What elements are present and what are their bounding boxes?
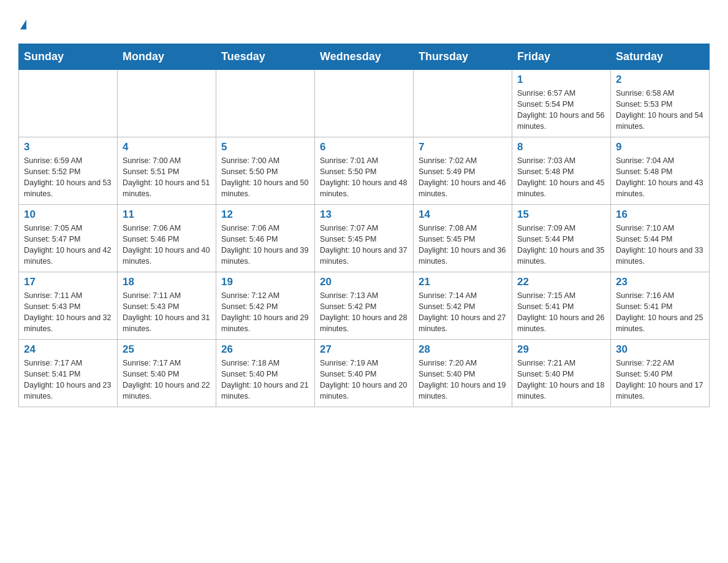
week-row-3: 10Sunrise: 7:05 AMSunset: 5:47 PMDayligh… [19, 204, 710, 272]
calendar-cell: 21Sunrise: 7:14 AMSunset: 5:42 PMDayligh… [414, 272, 512, 339]
week-row-4: 17Sunrise: 7:11 AMSunset: 5:43 PMDayligh… [19, 272, 710, 339]
day-info: Sunrise: 7:20 AMSunset: 5:40 PMDaylight:… [419, 358, 507, 402]
day-info: Sunrise: 7:00 AMSunset: 5:50 PMDaylight:… [221, 155, 309, 200]
day-info: Sunrise: 7:12 AMSunset: 5:42 PMDaylight:… [221, 290, 309, 335]
day-number: 5 [221, 141, 309, 153]
day-info: Sunrise: 7:19 AMSunset: 5:40 PMDaylight:… [320, 358, 408, 402]
calendar-cell: 2Sunrise: 6:58 AMSunset: 5:53 PMDaylight… [611, 69, 710, 137]
day-info: Sunrise: 7:03 AMSunset: 5:48 PMDaylight:… [517, 155, 605, 200]
calendar-cell: 10Sunrise: 7:05 AMSunset: 5:47 PMDayligh… [19, 204, 118, 272]
day-number: 1 [517, 74, 605, 86]
day-number: 19 [221, 276, 309, 288]
day-number: 14 [419, 209, 507, 221]
weekday-header-wednesday: Wednesday [315, 44, 414, 69]
calendar-cell: 7Sunrise: 7:02 AMSunset: 5:49 PMDaylight… [414, 137, 512, 204]
day-info: Sunrise: 7:21 AMSunset: 5:40 PMDaylight:… [517, 358, 605, 402]
day-info: Sunrise: 7:07 AMSunset: 5:45 PMDaylight:… [320, 223, 408, 267]
calendar-cell: 28Sunrise: 7:20 AMSunset: 5:40 PMDayligh… [414, 339, 512, 407]
day-number: 11 [123, 209, 211, 221]
calendar-cell: 29Sunrise: 7:21 AMSunset: 5:40 PMDayligh… [512, 339, 611, 407]
calendar-cell: 20Sunrise: 7:13 AMSunset: 5:42 PMDayligh… [315, 272, 414, 339]
day-info: Sunrise: 7:11 AMSunset: 5:43 PMDaylight:… [123, 290, 211, 335]
day-number: 2 [616, 74, 704, 86]
calendar-cell: 30Sunrise: 7:22 AMSunset: 5:40 PMDayligh… [611, 339, 710, 407]
day-number: 12 [221, 209, 309, 221]
weekday-header-monday: Monday [118, 44, 216, 69]
day-info: Sunrise: 7:16 AMSunset: 5:41 PMDaylight:… [616, 290, 704, 335]
weekday-header-thursday: Thursday [414, 44, 512, 69]
day-number: 28 [419, 343, 507, 356]
day-info: Sunrise: 6:59 AMSunset: 5:52 PMDaylight:… [24, 155, 112, 200]
calendar-cell: 26Sunrise: 7:18 AMSunset: 5:40 PMDayligh… [216, 339, 315, 407]
day-number: 4 [123, 141, 211, 153]
day-info: Sunrise: 6:58 AMSunset: 5:53 PMDaylight:… [616, 88, 704, 132]
day-number: 9 [616, 141, 704, 153]
weekday-header-friday: Friday [512, 44, 611, 69]
day-info: Sunrise: 7:17 AMSunset: 5:41 PMDaylight:… [24, 358, 112, 402]
day-number: 17 [24, 276, 112, 288]
day-number: 23 [616, 276, 704, 288]
day-info: Sunrise: 7:05 AMSunset: 5:47 PMDaylight:… [24, 223, 112, 267]
day-number: 22 [517, 276, 605, 288]
day-number: 24 [24, 343, 112, 356]
day-info: Sunrise: 7:10 AMSunset: 5:44 PMDaylight:… [616, 223, 704, 267]
calendar-cell: 27Sunrise: 7:19 AMSunset: 5:40 PMDayligh… [315, 339, 414, 407]
calendar-cell: 19Sunrise: 7:12 AMSunset: 5:42 PMDayligh… [216, 272, 315, 339]
calendar-cell [19, 69, 118, 137]
day-info: Sunrise: 7:22 AMSunset: 5:40 PMDaylight:… [616, 358, 704, 402]
calendar-cell [118, 69, 216, 137]
calendar-cell: 1Sunrise: 6:57 AMSunset: 5:54 PMDaylight… [512, 69, 611, 137]
calendar-cell: 18Sunrise: 7:11 AMSunset: 5:43 PMDayligh… [118, 272, 216, 339]
calendar-cell [315, 69, 414, 137]
day-info: Sunrise: 7:11 AMSunset: 5:43 PMDaylight:… [24, 290, 112, 335]
day-number: 3 [24, 141, 112, 153]
calendar-cell: 6Sunrise: 7:01 AMSunset: 5:50 PMDaylight… [315, 137, 414, 204]
day-number: 29 [517, 343, 605, 356]
day-number: 16 [616, 209, 704, 221]
day-info: Sunrise: 7:08 AMSunset: 5:45 PMDaylight:… [419, 223, 507, 267]
day-info: Sunrise: 7:09 AMSunset: 5:44 PMDaylight:… [517, 223, 605, 267]
calendar-table: SundayMondayTuesdayWednesdayThursdayFrid… [18, 44, 710, 407]
calendar-cell: 11Sunrise: 7:06 AMSunset: 5:46 PMDayligh… [118, 204, 216, 272]
day-info: Sunrise: 7:15 AMSunset: 5:41 PMDaylight:… [517, 290, 605, 335]
day-number: 10 [24, 209, 112, 221]
page-header [18, 12, 710, 31]
calendar-cell: 8Sunrise: 7:03 AMSunset: 5:48 PMDaylight… [512, 137, 611, 204]
day-number: 8 [517, 141, 605, 153]
week-row-1: 1Sunrise: 6:57 AMSunset: 5:54 PMDaylight… [19, 69, 710, 137]
weekday-header-row: SundayMondayTuesdayWednesdayThursdayFrid… [19, 44, 710, 69]
day-number: 27 [320, 343, 408, 356]
day-info: Sunrise: 6:57 AMSunset: 5:54 PMDaylight:… [517, 88, 605, 132]
day-info: Sunrise: 7:06 AMSunset: 5:46 PMDaylight:… [123, 223, 211, 267]
logo-triangle-icon [20, 20, 26, 29]
day-info: Sunrise: 7:01 AMSunset: 5:50 PMDaylight:… [320, 155, 408, 200]
day-info: Sunrise: 7:06 AMSunset: 5:46 PMDaylight:… [221, 223, 309, 267]
day-number: 25 [123, 343, 211, 356]
week-row-5: 24Sunrise: 7:17 AMSunset: 5:41 PMDayligh… [19, 339, 710, 407]
week-row-2: 3Sunrise: 6:59 AMSunset: 5:52 PMDaylight… [19, 137, 710, 204]
day-number: 20 [320, 276, 408, 288]
day-number: 13 [320, 209, 408, 221]
calendar-cell: 9Sunrise: 7:04 AMSunset: 5:48 PMDaylight… [611, 137, 710, 204]
day-info: Sunrise: 7:18 AMSunset: 5:40 PMDaylight:… [221, 358, 309, 402]
day-number: 18 [123, 276, 211, 288]
day-info: Sunrise: 7:04 AMSunset: 5:48 PMDaylight:… [616, 155, 704, 200]
day-number: 26 [221, 343, 309, 356]
calendar-cell: 13Sunrise: 7:07 AMSunset: 5:45 PMDayligh… [315, 204, 414, 272]
logo [18, 12, 26, 31]
day-number: 7 [419, 141, 507, 153]
calendar-cell: 14Sunrise: 7:08 AMSunset: 5:45 PMDayligh… [414, 204, 512, 272]
weekday-header-tuesday: Tuesday [216, 44, 315, 69]
calendar-cell: 5Sunrise: 7:00 AMSunset: 5:50 PMDaylight… [216, 137, 315, 204]
logo-top-line [18, 12, 26, 31]
day-number: 21 [419, 276, 507, 288]
day-info: Sunrise: 7:13 AMSunset: 5:42 PMDaylight:… [320, 290, 408, 335]
calendar-cell: 4Sunrise: 7:00 AMSunset: 5:51 PMDaylight… [118, 137, 216, 204]
calendar-cell: 22Sunrise: 7:15 AMSunset: 5:41 PMDayligh… [512, 272, 611, 339]
day-number: 30 [616, 343, 704, 356]
day-info: Sunrise: 7:02 AMSunset: 5:49 PMDaylight:… [419, 155, 507, 200]
calendar-cell: 17Sunrise: 7:11 AMSunset: 5:43 PMDayligh… [19, 272, 118, 339]
calendar-cell: 12Sunrise: 7:06 AMSunset: 5:46 PMDayligh… [216, 204, 315, 272]
day-info: Sunrise: 7:17 AMSunset: 5:40 PMDaylight:… [123, 358, 211, 402]
day-number: 6 [320, 141, 408, 153]
